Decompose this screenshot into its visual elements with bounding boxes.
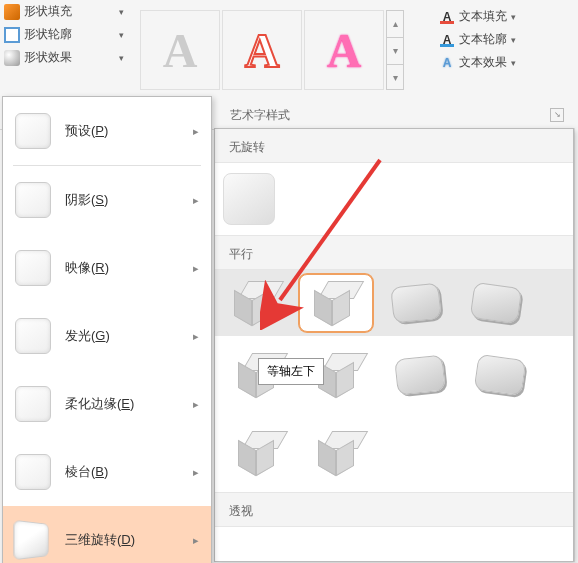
section-perspective: 透视: [215, 492, 573, 527]
preset-flat-2[interactable]: [459, 274, 533, 332]
glow-thumb-icon: [15, 318, 51, 354]
menu-label: 棱台(B): [65, 463, 108, 481]
shadow-thumb-icon: [15, 182, 51, 218]
submenu-arrow-icon: ▸: [193, 330, 199, 343]
text-fill-icon: A: [440, 10, 454, 24]
menu-label: 映像(R): [65, 259, 109, 277]
chevron-down-icon: ▾: [119, 53, 124, 63]
submenu-arrow-icon: ▸: [193, 262, 199, 275]
preset-flat-4[interactable]: [463, 346, 537, 404]
chevron-down-icon: ▾: [511, 58, 516, 68]
menu-label: 预设(P): [65, 122, 108, 140]
section-parallel: 平行: [215, 235, 573, 270]
menu-item-bevel[interactable]: 棱台(B) ▸: [3, 438, 211, 506]
parallel-row-3: [215, 414, 573, 492]
shape-fill-label: 形状填充: [24, 3, 72, 20]
menu-item-preset[interactable]: 预设(P) ▸: [3, 97, 211, 165]
text-effects-icon: A: [440, 56, 454, 70]
wordart-style-1[interactable]: A: [140, 10, 220, 90]
scroll-up-button[interactable]: ▴: [387, 11, 403, 38]
rotation3d-submenu: 无旋转 平行 透视: [214, 128, 574, 562]
preset-iso-5[interactable]: [223, 424, 297, 482]
shape-outline-button[interactable]: 形状轮廓 ▾: [0, 23, 128, 46]
text-fill-button[interactable]: A 文本填充 ▾: [440, 5, 516, 28]
chevron-down-icon: ▾: [119, 7, 124, 17]
shape-effects-menu: 预设(P) ▸ 阴影(S) ▸ 映像(R) ▸ 发光(G) ▸ 柔化边缘(E) …: [2, 96, 212, 563]
chevron-down-icon: ▾: [511, 35, 516, 45]
shape-fill-button[interactable]: 形状填充 ▾: [0, 0, 128, 23]
preset-tooltip: 等轴左下: [258, 358, 324, 385]
text-fill-label: 文本填充: [459, 8, 507, 25]
dialog-launcher-icon[interactable]: ↘: [550, 108, 564, 122]
preset-flat-3[interactable]: [383, 346, 457, 404]
wordart-style-2[interactable]: A: [222, 10, 302, 90]
menu-item-glow[interactable]: 发光(G) ▸: [3, 302, 211, 370]
menu-item-3d-rotation[interactable]: 三维旋转(D) ▸: [3, 506, 211, 563]
menu-label: 柔化边缘(E): [65, 395, 134, 413]
menu-label: 发光(G): [65, 327, 110, 345]
preset-iso-bottom-left[interactable]: [299, 274, 373, 332]
menu-item-soft-edges[interactable]: 柔化边缘(E) ▸: [3, 370, 211, 438]
chevron-down-icon: ▾: [511, 12, 516, 22]
no-rotation-row: [215, 163, 573, 235]
scroll-down-button[interactable]: ▾: [387, 38, 403, 65]
menu-item-shadow[interactable]: 阴影(S) ▸: [3, 166, 211, 234]
wordart-gallery-scroll: ▴ ▾ ▾: [386, 10, 404, 90]
section-no-rotation: 无旋转: [215, 129, 573, 163]
preset-iso-top-left[interactable]: [219, 274, 293, 332]
text-outline-button[interactable]: A 文本轮廓 ▾: [440, 28, 516, 51]
reflection-thumb-icon: [15, 250, 51, 286]
menu-label: 阴影(S): [65, 191, 108, 209]
shape-outline-label: 形状轮廓: [24, 26, 72, 43]
shape-outline-icon: [4, 27, 20, 43]
shape-fill-icon: [4, 4, 20, 20]
submenu-arrow-icon: ▸: [193, 534, 199, 547]
submenu-arrow-icon: ▸: [193, 125, 199, 138]
text-outline-icon: A: [440, 33, 454, 47]
preset-no-rotation[interactable]: [223, 173, 275, 225]
gallery-expand-button[interactable]: ▾: [387, 65, 403, 91]
text-effects-label: 文本效果: [459, 54, 507, 71]
text-outline-label: 文本轮廓: [459, 31, 507, 48]
soft-edges-thumb-icon: [15, 386, 51, 422]
text-effects-button[interactable]: A 文本效果 ▾: [440, 51, 516, 74]
submenu-arrow-icon: ▸: [193, 466, 199, 479]
menu-item-reflection[interactable]: 映像(R) ▸: [3, 234, 211, 302]
bevel-thumb-icon: [15, 454, 51, 490]
scrollbar[interactable]: [574, 128, 578, 562]
shape-format-group: 形状填充 ▾ 形状轮廓 ▾ 形状效果 ▾: [0, 0, 128, 69]
submenu-arrow-icon: ▸: [193, 194, 199, 207]
text-format-group: A 文本填充 ▾ A 文本轮廓 ▾ A 文本效果 ▾: [440, 5, 516, 74]
wordart-gallery: A A A ▴ ▾ ▾: [140, 5, 404, 95]
rotation3d-thumb-icon: [13, 520, 48, 561]
wordart-style-3[interactable]: A: [304, 10, 384, 90]
parallel-row-1: [215, 270, 573, 336]
shape-effects-label: 形状效果: [24, 49, 72, 66]
preset-iso-6[interactable]: [303, 424, 377, 482]
submenu-arrow-icon: ▸: [193, 398, 199, 411]
shape-effects-button[interactable]: 形状效果 ▾: [0, 46, 128, 69]
preset-thumb-icon: [15, 113, 51, 149]
shape-effects-icon: [4, 50, 20, 66]
menu-label: 三维旋转(D): [65, 531, 135, 549]
chevron-down-icon: ▾: [119, 30, 124, 40]
preset-flat-1[interactable]: [379, 274, 453, 332]
wordart-group-label: 艺术字样式: [230, 107, 290, 124]
